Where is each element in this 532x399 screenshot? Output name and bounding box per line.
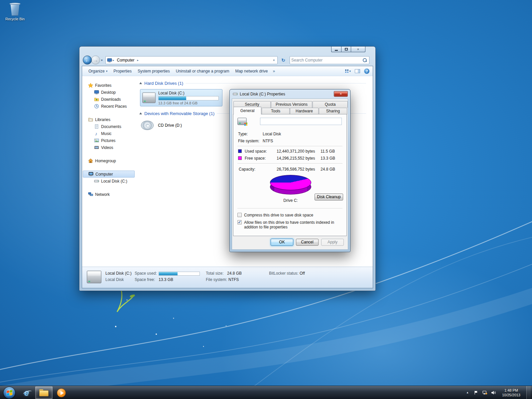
tab-tools[interactable]: Tools (262, 108, 290, 114)
clock-icon (94, 104, 99, 109)
tab-sharing[interactable]: Sharing (319, 108, 347, 114)
sidebar-item-network[interactable]: Network (82, 191, 135, 198)
used-size: 11.5 GB (321, 149, 335, 154)
ok-button[interactable]: OK (271, 239, 293, 246)
index-checkbox[interactable] (237, 220, 242, 224)
details-bar-fill (159, 272, 178, 275)
apply-button[interactable]: Apply (321, 239, 344, 246)
hard-drive-icon (142, 92, 156, 103)
taskbar-clock[interactable]: 1:48 PM 10/25/2013 (499, 388, 523, 397)
taskbar-internet-explorer[interactable]: e (18, 386, 35, 399)
drive-item-local-disk-c[interactable]: Local Disk (C:) 13.3 GB free of 24.8 GB (140, 89, 222, 106)
windows-flag-icon (7, 390, 12, 395)
cd-drive-name: CD Drive (D:) (158, 123, 182, 128)
navigation-bar: ← → ▾ ▸ Computer ▸ ▾ ↻ (79, 55, 375, 66)
sidebar-item-downloads[interactable]: Downloads (82, 96, 135, 103)
network-icon (88, 192, 93, 197)
recent-pages-dropdown[interactable]: ▾ (101, 59, 103, 62)
sidebar-item-pictures[interactable]: Pictures (82, 137, 135, 144)
cd-drive-icon (140, 119, 155, 131)
tab-hardware[interactable]: Hardware (290, 108, 319, 114)
sidebar-item-libraries[interactable]: Libraries (82, 116, 135, 123)
taskbar-windows-explorer[interactable] (35, 386, 53, 399)
pie-caption: Drive C: (270, 198, 311, 203)
drive-name: Local Disk (C:) (158, 91, 220, 95)
collapse-arrow-icon (139, 82, 142, 84)
downloads-icon (94, 97, 99, 102)
more-commands-icon[interactable]: » (271, 67, 277, 75)
preview-pane-button[interactable] (355, 69, 360, 73)
sidebar-item-documents[interactable]: Documents (82, 123, 135, 130)
network-icon[interactable] (482, 390, 487, 395)
internet-explorer-icon: e (24, 388, 29, 398)
video-icon (94, 145, 99, 150)
desktop-icon (94, 90, 99, 95)
refresh-button[interactable]: ↻ (280, 57, 287, 64)
capacity-size: 24.8 GB (321, 167, 335, 172)
disk-pie-top (270, 175, 311, 190)
tab-previous-versions[interactable]: Previous Versions (271, 101, 312, 108)
dialog-close-button[interactable]: × (334, 91, 348, 97)
cancel-button[interactable]: Cancel (296, 239, 319, 246)
tab-general[interactable]: General (233, 107, 261, 114)
sidebar-item-videos[interactable]: Videos (82, 144, 135, 151)
properties-button[interactable]: Properties (110, 67, 135, 75)
organize-menu[interactable]: Organize ▾ (85, 67, 110, 75)
sidebar-item-recent-places[interactable]: Recent Places (82, 103, 135, 110)
sidebar-item-music[interactable]: ♪ Music (82, 130, 135, 137)
recycle-bin[interactable]: Recycle Bin (4, 3, 26, 21)
computer-icon (88, 172, 93, 177)
tab-quota[interactable]: Quota (313, 101, 348, 108)
sidebar-item-homegroup[interactable]: Homegroup (82, 157, 135, 164)
sidebar-item-desktop[interactable]: Desktop (82, 89, 135, 96)
svg-text:♪: ♪ (95, 131, 97, 136)
address-dropdown-icon[interactable]: ▾ (272, 59, 276, 62)
media-player-icon (57, 388, 66, 397)
hard-drive-icon (87, 271, 101, 283)
computer-icon (107, 58, 112, 63)
minimize-button[interactable] (331, 47, 341, 52)
taskbar-media-player[interactable] (53, 386, 70, 399)
search-icon[interactable] (363, 58, 367, 63)
show-desktop-button[interactable] (526, 386, 531, 399)
drive-icon (233, 91, 238, 96)
uninstall-button[interactable]: Uninstall or change a program (173, 67, 232, 75)
dialog-body: Security Previous Versions Quota General… (232, 98, 348, 250)
group-header-hard-disks[interactable]: Hard Disk Drives (1) (139, 81, 366, 86)
show-hidden-icons-button[interactable]: ▲ (465, 390, 470, 395)
capacity-bar (158, 96, 219, 100)
change-view-button[interactable]: ▾ (345, 69, 351, 73)
help-button[interactable]: ? (364, 68, 369, 74)
collapse-arrow-icon (139, 112, 142, 114)
address-bar[interactable]: ▸ Computer ▸ ▾ (105, 56, 278, 64)
crumb-arrow-icon[interactable]: ▸ (136, 59, 139, 62)
close-button[interactable]: × (351, 47, 365, 52)
map-network-drive-button[interactable]: Map network drive (232, 67, 271, 75)
disk-cleanup-button[interactable]: Disk Cleanup (315, 194, 343, 200)
back-arrow-icon: ← (85, 57, 90, 63)
forward-button[interactable]: → (91, 56, 100, 65)
compress-checkbox[interactable] (237, 213, 242, 217)
search-input[interactable] (291, 57, 362, 64)
action-center-flag-icon[interactable] (473, 390, 479, 395)
sidebar-item-computer[interactable]: Computer (83, 171, 135, 178)
filesystem-value: NTFS (263, 139, 273, 143)
used-bytes: 12,440,371,200 bytes (277, 149, 315, 154)
drive-free-text: 13.3 GB free of 24.8 GB (158, 101, 220, 105)
back-button[interactable]: ← (83, 56, 92, 65)
caption-buttons: × (331, 47, 365, 52)
breadcrumb[interactable]: Computer (115, 57, 137, 63)
windows-flag-icon (244, 123, 247, 126)
used-space-swatch (238, 149, 242, 153)
start-button[interactable] (3, 387, 15, 399)
volume-label-input[interactable] (260, 118, 342, 125)
system-properties-button[interactable]: System properties (135, 67, 173, 75)
free-size: 13.3 GB (321, 156, 335, 161)
sidebar-item-local-disk[interactable]: Local Disk (C:) (82, 178, 135, 185)
maximize-button[interactable] (341, 47, 351, 52)
sidebar-item-favorites[interactable]: Favorites (82, 82, 135, 89)
details-name: Local Disk (C:) (105, 271, 132, 276)
picture-icon (94, 138, 99, 143)
speaker-icon[interactable] (491, 390, 496, 395)
disk-usage-pie-chart (270, 175, 311, 195)
